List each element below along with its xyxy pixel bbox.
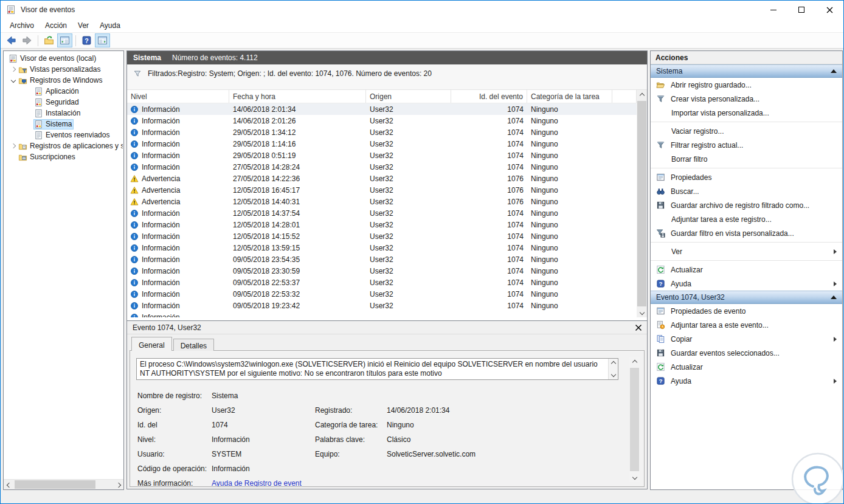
description-scrollbar[interactable]: [608, 359, 618, 379]
actions-body: SistemaAbrir registro guardado...Crear v…: [651, 64, 842, 388]
toolbar-show-action-pane-button[interactable]: [95, 33, 110, 47]
minimize-button[interactable]: [759, 1, 787, 19]
maximize-button[interactable]: [787, 1, 815, 19]
tree-item-aplicacion[interactable]: Aplicación: [4, 86, 123, 97]
event-row[interactable]: Información09/05/2018 22:53:37User321074…: [127, 277, 637, 288]
action-abrir-registro-guardado[interactable]: Abrir registro guardado...: [651, 78, 842, 92]
action-section-sistema[interactable]: Sistema: [651, 64, 842, 78]
toolbar-help-button[interactable]: [79, 33, 94, 47]
chevron-up-icon: [611, 361, 616, 366]
more-info-link[interactable]: Ayuda de Registro de event: [212, 479, 315, 486]
action-guardar-archivo-de-registro-filtrado-como[interactable]: Guardar archivo de registro filtrado com…: [651, 198, 842, 212]
event-row[interactable]: Advertencia12/05/2018 16:45:17User321076…: [127, 184, 637, 196]
event-row[interactable]: Información12/05/2018 14:15:52User321074…: [127, 230, 637, 242]
event-row[interactable]: Información12/05/2018 14:37:54User321074…: [127, 207, 637, 219]
preview-close-icon[interactable]: [635, 325, 642, 331]
column-header-categoria-de-la-tarea[interactable]: Categoría de la tarea: [527, 90, 612, 103]
tab-general[interactable]: General: [131, 337, 172, 351]
action-borrar-filtro[interactable]: Borrar filtro: [651, 152, 842, 166]
tree-item-registros-de-aplicaciones-y-s[interactable]: Registros de aplicaciones y s: [4, 140, 123, 151]
action-ver[interactable]: Ver: [651, 244, 842, 258]
tree-horizontal-scrollbar[interactable]: [4, 479, 123, 489]
action-adjuntar-tarea-a-este-registro[interactable]: Adjuntar tarea a este registro...: [651, 212, 842, 226]
event-row[interactable]: Información12/05/2018 13:59:15User321074…: [127, 242, 637, 254]
event-row[interactable]: Información09/05/2018 23:30:59User321074…: [127, 265, 637, 277]
tree-item-sistema[interactable]: Sistema: [4, 119, 123, 129]
action-actualizar[interactable]: Actualizar: [651, 263, 842, 277]
tree-item-eventos-reenviados[interactable]: Eventos reenviados: [4, 129, 123, 140]
action-guardar-filtro-en-vista-personalizada[interactable]: Guardar filtro en vista personalizada...: [651, 226, 842, 240]
event-row[interactable]: Advertencia12/05/2018 14:40:31User321076…: [127, 196, 637, 207]
tree-item-vistas-personalizadas[interactable]: Vistas personalizadas: [4, 64, 123, 75]
scrollbar-thumb[interactable]: [15, 480, 95, 489]
action-ayuda[interactable]: Ayuda: [651, 374, 842, 388]
event-row[interactable]: Información14/06/2018 2:01:26User321074N…: [127, 115, 637, 126]
tree-expanded-chevron[interactable]: [9, 78, 18, 82]
column-header-id-del-evento[interactable]: Id. del evento: [451, 90, 527, 103]
column-header-fecha-y-hora[interactable]: Fecha y hora: [229, 90, 366, 103]
action-crear-vista-personalizada[interactable]: Crear vista personalizada...: [651, 92, 842, 106]
column-header-nivel[interactable]: Nivel: [127, 90, 229, 103]
event-row[interactable]: Información29/05/2018 0:51:19User321074N…: [127, 150, 637, 161]
event-row[interactable]: Información09/05/2018 23:54:35User321074…: [127, 254, 637, 265]
toolbar-back-button[interactable]: [4, 33, 19, 47]
floppy-icon: [656, 348, 665, 357]
event-row[interactable]: Información09/05/2018 19:23:42User321074…: [127, 300, 637, 311]
scrollbar-thumb[interactable]: [630, 368, 639, 471]
event-row[interactable]: Información14/06/2018 2:01:34User321074N…: [127, 103, 637, 115]
action-buscar[interactable]: Buscar...: [651, 184, 842, 198]
action-actualizar[interactable]: Actualizar: [651, 360, 842, 374]
actions-pane-title: Acciones: [651, 51, 842, 64]
scroll-up-button[interactable]: [637, 90, 647, 100]
toolbar-open-saved-log-button[interactable]: [41, 33, 57, 47]
scroll-down-button[interactable]: [629, 472, 640, 482]
event-row[interactable]: Información12/05/2018 14:28:01User321074…: [127, 219, 637, 230]
event-row[interactable]: Información27/05/2018 14:28:24User321074…: [127, 161, 637, 173]
action-propiedades[interactable]: Propiedades: [651, 170, 842, 184]
event-description-box[interactable]: El proceso C:\Windows\system32\winlogon.…: [136, 358, 618, 380]
menubar: ArchivoAcciónVerAyuda: [1, 19, 843, 32]
menu-accion[interactable]: Acción: [40, 19, 72, 32]
tree-item-registros-de-windows[interactable]: Registros de Windows: [4, 75, 123, 86]
action-section-evento-1074-user32[interactable]: Evento 1074, User32: [651, 291, 842, 304]
event-row[interactable]: Información29/05/2018 1:14:16User321074N…: [127, 138, 637, 150]
scroll-down-button[interactable]: [609, 370, 618, 379]
action-propiedades-de-evento[interactable]: Propiedades de evento: [651, 304, 842, 318]
event-list-scrollbar[interactable]: [637, 90, 647, 317]
menu-ayuda[interactable]: Ayuda: [94, 19, 126, 32]
action-copiar[interactable]: Copiar: [651, 332, 842, 346]
scroll-up-button[interactable]: [629, 357, 640, 367]
event-row[interactable]: Advertencia27/05/2018 14:22:36User321076…: [127, 173, 637, 184]
scroll-down-button[interactable]: [637, 307, 647, 317]
event-row[interactable]: Información09/05/2018 22:53:32User321074…: [127, 288, 637, 300]
event-row[interactable]: Información29/05/2018 1:34:12User321074N…: [127, 126, 637, 138]
tree-item-instalacion[interactable]: Instalación: [4, 108, 123, 119]
close-button[interactable]: [815, 1, 843, 19]
action-guardar-eventos-seleccionados[interactable]: Guardar eventos seleccionados...: [651, 346, 842, 360]
field-row: Usuario:SYSTEMEquipo:SolveticServer.solv…: [137, 447, 618, 461]
field-label: Usuario:: [137, 450, 212, 458]
scrollbar-thumb[interactable]: [637, 101, 646, 306]
tree-item-seguridad[interactable]: Seguridad: [4, 97, 123, 108]
menu-archivo[interactable]: Archivo: [4, 19, 40, 32]
scroll-left-button[interactable]: [4, 480, 14, 490]
event-row[interactable]: Información: [127, 311, 637, 317]
scroll-right-button[interactable]: [113, 480, 123, 490]
action-adjuntar-tarea-a-este-evento[interactable]: Adjuntar tarea a este evento...: [651, 318, 842, 332]
menu-ver[interactable]: Ver: [72, 19, 94, 32]
tree-collapsed-chevron[interactable]: [9, 67, 18, 71]
action-filtrar-registro-actual[interactable]: Filtrar registro actual...: [651, 138, 842, 152]
action-importar-vista-personalizada[interactable]: Importar vista personalizada...: [651, 106, 842, 120]
column-header-origen[interactable]: Origen: [366, 90, 451, 103]
tree-collapsed-chevron[interactable]: [9, 144, 18, 148]
action-vaciar-registro[interactable]: Vaciar registro...: [651, 124, 842, 138]
action-ayuda[interactable]: Ayuda: [651, 277, 842, 291]
tree-item-suscripciones[interactable]: Suscripciones: [4, 151, 123, 162]
tab-content-scrollbar[interactable]: [629, 357, 640, 482]
tree-item-visor-de-eventos-local[interactable]: Visor de eventos (local): [4, 53, 123, 64]
scroll-up-button[interactable]: [609, 359, 618, 368]
event-id: 1074: [451, 290, 527, 299]
toolbar-show-console-tree-button[interactable]: [57, 33, 72, 47]
toolbar-forward-button[interactable]: [19, 33, 35, 47]
tab-detalles[interactable]: Detalles: [173, 339, 214, 351]
